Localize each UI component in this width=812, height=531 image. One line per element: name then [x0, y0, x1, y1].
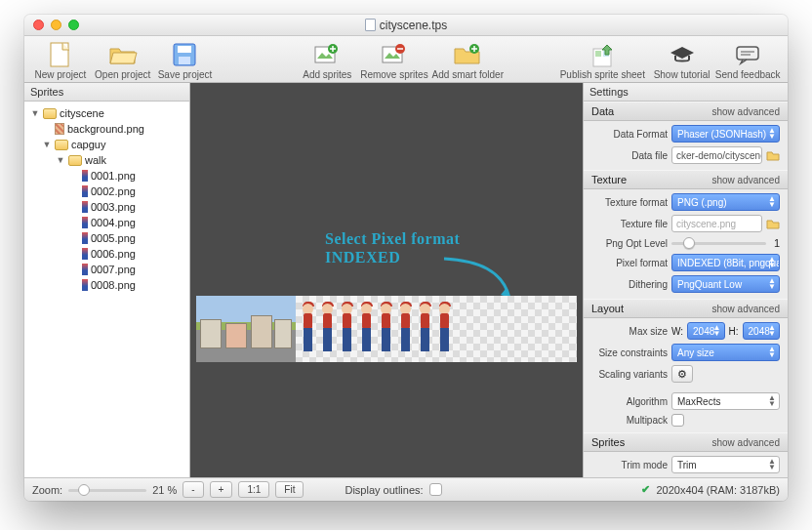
sprite-tree[interactable]: ▼cityscene background.png ▼capguy ▼walk … [24, 102, 189, 477]
data-file-label: Data file [591, 150, 668, 161]
add-smart-folder-button[interactable]: Add smart folder [431, 40, 505, 80]
multipack-checkbox[interactable] [671, 414, 684, 427]
algorithm-select[interactable]: MaxRects▲▼ [671, 392, 780, 410]
trim-mode-label: Trim mode [591, 460, 668, 470]
texture-file-input[interactable]: cityscene.png [671, 215, 762, 232]
show-advanced-link[interactable]: show advanced [712, 106, 781, 117]
zoom-value: 21 % [152, 484, 177, 496]
browse-folder-icon[interactable] [766, 148, 780, 162]
add-sprites-button[interactable]: Add sprites [297, 40, 357, 80]
new-project-button[interactable]: New project [30, 40, 91, 80]
show-tutorial-button[interactable]: Show tutorial [652, 40, 712, 80]
pixel-format-label: Pixel format [591, 258, 668, 268]
image-icon [55, 123, 64, 135]
publish-button[interactable]: Publish sprite sheet [557, 40, 648, 80]
display-outlines-label: Display outlines: [345, 484, 423, 496]
add-sprites-icon [313, 40, 341, 69]
window-title: cityscene.tps [380, 19, 447, 32]
new-project-icon [49, 40, 72, 69]
show-advanced-link[interactable]: show advanced [712, 304, 781, 314]
scaling-variants-button[interactable]: ⚙ [671, 365, 693, 383]
zoom-out-button[interactable]: - [183, 481, 203, 498]
dithering-label: Dithering [591, 279, 668, 290]
browse-folder-icon[interactable] [766, 217, 780, 230]
settings-title: Settings [584, 83, 788, 102]
titlebar: cityscene.tps [24, 15, 788, 36]
folder-icon [55, 140, 68, 150]
gear-icon: ⚙ [677, 368, 687, 381]
tree-file[interactable]: 0001.png [30, 168, 187, 184]
zoom-slider[interactable] [68, 483, 146, 497]
png-opt-slider[interactable] [671, 236, 766, 250]
sprite-sheet-preview [196, 296, 577, 362]
data-file-input[interactable]: cker-demo/cityscene.json [671, 146, 762, 164]
feedback-icon [735, 40, 760, 69]
status-info: 2020x404 (RAM: 3187kB) [656, 484, 780, 496]
sprite-icon [82, 170, 88, 182]
send-feedback-button[interactable]: Send feedback [713, 40, 782, 80]
tree-file[interactable]: 0008.png [30, 277, 187, 293]
max-width-select[interactable]: 2048▲▼ [687, 322, 724, 340]
sprite-icon [82, 232, 88, 244]
zoom-label: Zoom: [32, 484, 62, 496]
tree-file[interactable]: 0004.png [30, 215, 187, 230]
save-icon [172, 40, 197, 69]
svg-rect-2 [178, 46, 191, 53]
size-constraints-select[interactable]: Any size▲▼ [671, 344, 780, 361]
tree-file[interactable]: 0006.png [30, 246, 187, 262]
folder-icon [43, 108, 57, 119]
open-project-button[interactable]: Open project [93, 40, 153, 80]
sprites-panel: Sprites ▼cityscene background.png ▼capgu… [24, 83, 190, 477]
preview-canvas[interactable]: Select Pixel formatINDEXED [190, 83, 583, 477]
show-advanced-link[interactable]: show advanced [712, 175, 781, 185]
zoom-actual-button[interactable]: 1:1 [238, 481, 269, 498]
sprite-icon [82, 264, 88, 275]
zoom-in-button[interactable]: + [210, 481, 233, 498]
max-height-select[interactable]: 2048▲▼ [743, 322, 780, 340]
show-advanced-link[interactable]: show advanced [712, 437, 781, 448]
tree-folder-cityscene[interactable]: ▼cityscene [30, 105, 187, 121]
open-folder-icon [108, 40, 138, 69]
folder-icon [68, 155, 82, 166]
data-format-select[interactable]: Phaser (JSONHash)▲▼ [671, 125, 780, 143]
document-icon [365, 19, 376, 31]
tree-file[interactable]: 0007.png [30, 262, 187, 277]
tree-folder-capguy[interactable]: ▼capguy [30, 137, 187, 152]
sprite-icon [82, 185, 88, 197]
remove-sprites-button[interactable]: Remove sprites [359, 40, 428, 80]
tree-file[interactable]: 0003.png [30, 199, 187, 215]
tree-folder-walk[interactable]: ▼walk [30, 152, 187, 168]
statusbar: Zoom: 21 % - + 1:1 Fit Display outlines:… [24, 477, 788, 501]
sprites-panel-title: Sprites [24, 83, 189, 102]
svg-rect-3 [179, 57, 190, 64]
sprite-icon [82, 248, 88, 260]
texture-format-select[interactable]: PNG (.png)▲▼ [671, 193, 780, 211]
display-outlines-checkbox[interactable] [429, 483, 442, 496]
smart-folder-icon [453, 40, 482, 69]
png-opt-label: Png Opt Level [591, 238, 668, 249]
save-project-button[interactable]: Save project [155, 40, 216, 80]
png-opt-value: 1 [770, 237, 780, 249]
section-sprites: Spritesshow advanced [584, 432, 788, 452]
publish-icon [589, 40, 615, 69]
section-texture: Textureshow advanced [584, 170, 788, 189]
texture-file-label: Texture file [591, 219, 668, 229]
size-constraints-label: Size constraints [591, 347, 668, 358]
sprite-icon [82, 201, 88, 213]
tree-file[interactable]: 0002.png [30, 184, 187, 199]
section-data: Datashow advanced [584, 102, 788, 121]
sprite-icon [82, 279, 88, 291]
section-layout: Layoutshow advanced [584, 299, 788, 318]
scaling-variants-label: Scaling variants [591, 369, 668, 380]
trim-mode-select[interactable]: Trim▲▼ [671, 456, 780, 473]
remove-sprites-icon [381, 40, 408, 69]
background-sprite [196, 296, 296, 362]
pixel-format-select[interactable]: INDEXED (8Bit, pngquant)▲▼ [671, 254, 780, 271]
toolbar: New project Open project Save project Ad… [24, 36, 788, 83]
dithering-select[interactable]: PngQuant Low▲▼ [671, 275, 780, 293]
zoom-fit-button[interactable]: Fit [275, 481, 304, 498]
tree-file-background[interactable]: background.png [30, 121, 187, 137]
settings-panel: Settings Datashow advanced Data Format P… [583, 83, 788, 477]
tree-file[interactable]: 0005.png [30, 230, 187, 246]
svg-rect-10 [595, 51, 601, 57]
